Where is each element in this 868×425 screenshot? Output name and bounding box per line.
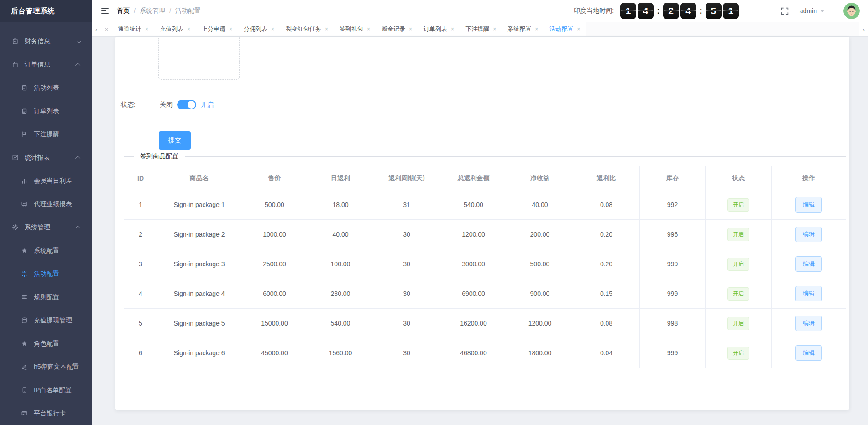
cell-name: Sign-in package 6 [157, 338, 241, 368]
fullscreen-icon[interactable] [781, 7, 789, 15]
cell-name: Sign-in package 1 [157, 190, 241, 220]
sidebar-item-h5弹窗文本配置[interactable]: h5弹窗文本配置 [0, 355, 92, 378]
tabbar-filler [586, 22, 859, 36]
tab-close-icon[interactable]: × [145, 26, 148, 32]
breadcrumb-separator: / [169, 7, 171, 15]
chevron-up-icon [75, 225, 80, 230]
chart-line-icon [12, 154, 19, 161]
image-upload-box[interactable] [158, 37, 240, 80]
tab-活动配置[interactable]: 活动配置× [544, 22, 586, 36]
sidebar-item-财务信息[interactable]: 财务信息 [0, 30, 92, 53]
tabs-scroll-left-icon[interactable]: ‹ [92, 22, 101, 36]
sidebar-item-活动配置[interactable]: 活动配置 [0, 262, 92, 285]
status-toggle[interactable] [177, 100, 196, 109]
tab-close-icon[interactable]: × [325, 26, 328, 32]
clock-digit: 2 [663, 3, 679, 19]
sidebar-item-代理业绩报表[interactable]: 代理业绩报表 [0, 192, 92, 216]
cell-status: 开启 [706, 249, 772, 279]
sidebar-item-角色配置[interactable]: 角色配置 [0, 332, 92, 355]
status-badge: 开启 [727, 198, 749, 212]
sidebar-item-下注提醒[interactable]: 下注提醒 [0, 123, 92, 146]
sidebar-item-label: 活动列表 [34, 84, 59, 92]
edit-button[interactable]: 编辑 [795, 256, 822, 272]
cell-status: 开启 [706, 190, 772, 220]
database-icon [21, 317, 28, 324]
edit-button[interactable]: 编辑 [795, 227, 822, 242]
tab-label: 订单列表 [424, 25, 447, 33]
cell-status: 开启 [706, 220, 772, 249]
clock-colon: : [657, 6, 659, 16]
tab-close-icon[interactable]: × [409, 26, 412, 32]
tab-close-icon[interactable]: × [187, 26, 190, 32]
breadcrumb-separator: / [134, 7, 136, 15]
tabs-scroll-right-icon[interactable]: › [859, 22, 868, 36]
sidebar-item-订单列表[interactable]: 订单列表 [0, 99, 92, 123]
breadcrumb-system[interactable]: 系统管理 [140, 7, 165, 15]
sidebar-item-IP白名单配置[interactable]: IP白名单配置 [0, 378, 92, 402]
sidebar-item-活动列表[interactable]: 活动列表 [0, 76, 92, 99]
column-header: 返利周期(天) [373, 166, 440, 190]
sidebar-item-平台银行卡[interactable]: 平台银行卡 [0, 402, 92, 425]
tab-裂变红包任务[interactable]: 裂变红包任务× [280, 22, 334, 36]
user-menu[interactable]: admin [800, 7, 824, 15]
sidebar-item-统计报表[interactable]: 统计报表 [0, 146, 92, 169]
tab-通道统计[interactable]: 通道统计× [112, 22, 154, 36]
chevron-up-icon [75, 155, 80, 161]
sidebar-item-系统配置[interactable]: 系统配置 [0, 239, 92, 262]
sidebar-item-label: 会员当日利差 [34, 177, 72, 185]
tab-close-icon[interactable]: × [577, 26, 580, 32]
sidebar-item-充值提现管理[interactable]: 充值提现管理 [0, 309, 92, 332]
tabs-close-icon[interactable]: × [101, 22, 112, 36]
column-header: ID [124, 166, 157, 190]
clock-digit: 4 [680, 3, 696, 19]
tab-签到礼包[interactable]: 签到礼包× [334, 22, 376, 36]
tab-系统配置[interactable]: 系统配置× [502, 22, 544, 36]
edit-button[interactable]: 编辑 [795, 345, 822, 361]
tab-上分申请[interactable]: 上分申请× [196, 22, 238, 36]
sidebar-item-会员当日利差[interactable]: 会员当日利差 [0, 169, 92, 192]
collapse-menu-icon[interactable] [100, 6, 110, 16]
tab-下注提醒[interactable]: 下注提醒× [460, 22, 502, 36]
sidebar-item-规则配置[interactable]: 规则配置 [0, 285, 92, 309]
submit-button[interactable]: 提交 [159, 131, 191, 150]
tab-close-icon[interactable]: × [271, 26, 274, 32]
clock-label: 印度当地时间: [574, 7, 614, 15]
cell-cycle: 30 [373, 338, 440, 368]
tab-close-icon[interactable]: × [229, 26, 232, 32]
cell-cycle: 30 [373, 220, 440, 249]
sidebar-item-系统管理[interactable]: 系统管理 [0, 216, 92, 239]
cell-name: Sign-in package 4 [157, 279, 241, 309]
tab-close-icon[interactable]: × [493, 26, 496, 32]
tab-label: 分佣列表 [244, 25, 267, 33]
tab-赠金记录[interactable]: 赠金记录× [376, 22, 418, 36]
tab-close-icon[interactable]: × [367, 26, 370, 32]
cell-ratio: 0.04 [573, 338, 640, 368]
sidebar-item-label: 代理业绩报表 [34, 200, 72, 208]
sidebar-item-订单信息[interactable]: 订单信息 [0, 53, 92, 76]
cell-total_rebate: 46800.00 [440, 338, 507, 368]
tab-close-icon[interactable]: × [451, 26, 454, 32]
cell-ratio: 0.20 [573, 249, 640, 279]
tab-充值列表[interactable]: 充值列表× [154, 22, 196, 36]
cell-net_profit: 200.00 [507, 220, 573, 249]
cell-id: 4 [124, 279, 157, 309]
edit-button[interactable]: 编辑 [795, 197, 822, 212]
edit-button[interactable]: 编辑 [795, 286, 822, 301]
status-badge: 开启 [727, 347, 749, 360]
column-header: 操作 [772, 166, 846, 190]
section-divider: 签到商品配置 [124, 152, 846, 161]
app-root: 后台管理系统 财务信息订单信息活动列表订单列表下注提醒统计报表会员当日利差代理业… [0, 0, 868, 425]
cell-daily_rebate: 230.00 [308, 279, 373, 309]
toggle-off-label: 关闭 [160, 101, 173, 109]
tab-分佣列表[interactable]: 分佣列表× [238, 22, 280, 36]
status-form-row: 状态: 关闭 开启 [121, 100, 214, 109]
tab-label: 下注提醒 [465, 25, 489, 33]
table-footer-spacer [124, 368, 846, 389]
cell-daily_rebate: 18.00 [308, 190, 373, 220]
tab-close-icon[interactable]: × [535, 26, 538, 32]
edit-button[interactable]: 编辑 [795, 316, 822, 331]
breadcrumb-home[interactable]: 首页 [117, 7, 130, 15]
avatar[interactable] [843, 3, 860, 19]
tab-订单列表[interactable]: 订单列表× [418, 22, 460, 36]
sidebar-item-label: 下注提醒 [34, 130, 59, 139]
